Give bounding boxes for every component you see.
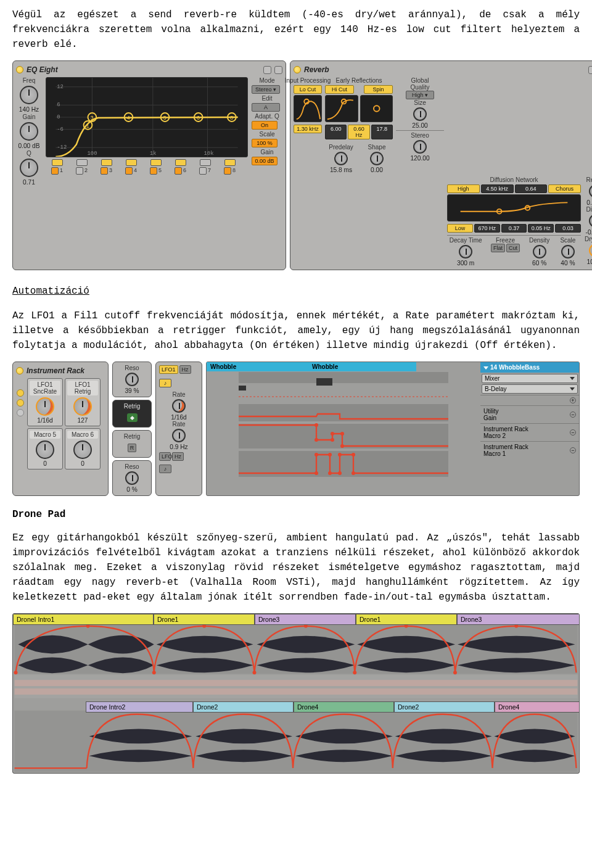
er-graph-2[interactable] <box>360 95 393 122</box>
q-knob[interactable] <box>20 159 38 177</box>
macro-6-knob[interactable] <box>73 440 92 459</box>
er-graph-1[interactable] <box>325 95 358 122</box>
eq-band-5[interactable] <box>150 167 157 175</box>
remove-lane-2[interactable]: − <box>570 429 576 436</box>
rate-value[interactable]: 1/16d <box>159 414 199 421</box>
eq-band-3[interactable] <box>101 167 108 175</box>
flat-button[interactable]: Flat <box>491 244 505 252</box>
macro-1-knob[interactable] <box>36 397 54 416</box>
drone-clip[interactable]: Drone1 <box>154 614 255 625</box>
hz-button[interactable]: Hz <box>179 365 191 374</box>
reflect-value[interactable]: 0.0 dB <box>586 199 592 206</box>
chain-view-icon[interactable] <box>17 399 24 407</box>
predelay-knob[interactable] <box>334 152 348 165</box>
spin-button[interactable]: Spin <box>364 85 393 94</box>
eq-band-6[interactable] <box>175 167 182 175</box>
reso2-knob[interactable] <box>125 471 139 485</box>
rate2-knob[interactable] <box>172 429 186 442</box>
power-icon[interactable] <box>16 367 23 374</box>
eq-shape-5[interactable] <box>150 159 162 166</box>
input-mini-graph[interactable] <box>294 95 322 122</box>
drone-clip[interactable]: Drone3 <box>457 614 580 625</box>
beat-sync2-button[interactable]: ♪ <box>159 465 171 473</box>
hi-toggle[interactable]: High <box>447 184 480 193</box>
drone-clip[interactable]: Drone4 <box>495 701 580 713</box>
macro-2-value[interactable]: 127 <box>67 417 98 424</box>
macro-1-value[interactable]: 1/16d <box>30 417 60 424</box>
hi-amt[interactable]: 0.64 <box>515 184 548 193</box>
stereo-value[interactable]: 120.00 <box>410 155 429 162</box>
power-icon[interactable] <box>16 66 23 73</box>
drone-arrangement[interactable]: DroneI Intro1Drone1Drone3Drone1Drone3 Dr… <box>12 613 580 774</box>
decay-knob[interactable] <box>459 245 472 258</box>
retrig-on-button[interactable]: ◆ <box>127 413 138 422</box>
eq-shape-4[interactable] <box>126 159 137 166</box>
er-nm[interactable]: 17.8 <box>371 125 393 139</box>
eq-shape-1[interactable] <box>52 159 63 166</box>
eq-band-2[interactable] <box>76 167 83 175</box>
eq-band-4[interactable] <box>125 167 133 175</box>
device-view-icon[interactable] <box>17 409 24 416</box>
device-fold-button[interactable] <box>274 66 282 74</box>
cut-button[interactable]: Cut <box>506 244 520 252</box>
drywet-knob[interactable] <box>589 244 592 257</box>
shape-knob[interactable] <box>370 152 384 165</box>
stereo-knob[interactable] <box>413 140 427 154</box>
eq-shape-8[interactable] <box>224 159 236 166</box>
decay-value[interactable]: 300 m <box>447 260 484 267</box>
power-icon[interactable] <box>294 66 301 73</box>
eq-band-1[interactable] <box>51 167 59 175</box>
arrangement-lanes[interactable]: Whobble Whobble <box>207 362 480 479</box>
eq-band-7[interactable] <box>199 167 207 175</box>
diffusion-graph[interactable] <box>447 194 581 221</box>
scale-value[interactable]: 100 % <box>252 139 278 147</box>
reflect-knob[interactable] <box>589 184 592 198</box>
reso-knob[interactable] <box>125 373 139 386</box>
density-value[interactable]: 60 % <box>527 260 553 267</box>
beat-sync-button[interactable]: ♪ <box>159 379 171 387</box>
chorus-toggle[interactable]: Chorus <box>548 184 581 193</box>
edit-button[interactable]: A <box>252 103 280 112</box>
lfo2-chip[interactable]: LFO2 <box>159 452 171 461</box>
drone-clip[interactable]: DroneI Intro1 <box>13 614 154 625</box>
reso2-value[interactable]: 0 % <box>115 486 149 493</box>
er-freq[interactable]: 0.60 Hz <box>348 125 369 139</box>
eq-shape-2[interactable] <box>76 159 88 166</box>
bdelay-dropdown[interactable]: B-Delay <box>482 384 578 394</box>
drone-clip[interactable]: Drone2 <box>394 701 495 713</box>
lo-freq[interactable]: 670 Hz <box>474 224 500 233</box>
hi-freq[interactable]: 4.50 kHz <box>481 184 514 193</box>
drywet-value[interactable]: 100 % <box>587 258 592 265</box>
reso-value[interactable]: 39 % <box>115 387 149 394</box>
quality-dropdown[interactable]: High ▾ <box>406 91 434 99</box>
q-value[interactable]: 0.71 <box>23 179 35 186</box>
macro-2-knob[interactable] <box>73 397 92 416</box>
diffuse-knob[interactable] <box>589 214 592 228</box>
ip-freq[interactable]: 1.30 kHz <box>294 125 322 133</box>
hicut-button[interactable]: Hi Cut <box>325 85 354 94</box>
macro-6-value[interactable]: 0 <box>67 460 98 467</box>
rv-scale-knob[interactable] <box>561 245 575 258</box>
drone-clip[interactable]: Drone3 <box>255 614 356 625</box>
rv-scale-value[interactable]: 40 % <box>555 260 581 267</box>
eq-band-8[interactable] <box>224 167 231 175</box>
eq-graph[interactable]: 12 6 0 -6 -12 100 1k 10k 1 3 4 5 6 8 <box>46 77 248 157</box>
gain2-value[interactable]: 0.00 dB <box>252 157 278 165</box>
add-lane-button[interactable]: + <box>570 397 576 403</box>
lo-c[interactable]: 0.03 <box>555 224 581 233</box>
adaptq-button[interactable]: On <box>252 121 278 130</box>
gain-value[interactable]: 0.00 dB <box>18 143 39 149</box>
shape-value[interactable]: 0.00 <box>361 167 393 173</box>
locut-button[interactable]: Lo Cut <box>294 85 322 94</box>
rate-knob[interactable] <box>172 399 186 413</box>
eq-shape-6[interactable] <box>175 159 186 166</box>
mode-dropdown[interactable]: Stereo ▾ <box>252 85 280 94</box>
diffuse-value[interactable]: -0.3 dB <box>586 229 592 236</box>
density-knob[interactable] <box>533 245 546 258</box>
ip-nm[interactable]: 6.00 <box>325 125 347 139</box>
eq-shape-7[interactable] <box>200 159 211 166</box>
drone-clip[interactable]: Drone1 <box>356 614 457 625</box>
drone-clip[interactable]: Drone Intro2 <box>86 701 193 713</box>
macro-view-icon[interactable] <box>17 389 24 397</box>
lo-a[interactable]: 0.37 <box>501 224 527 233</box>
